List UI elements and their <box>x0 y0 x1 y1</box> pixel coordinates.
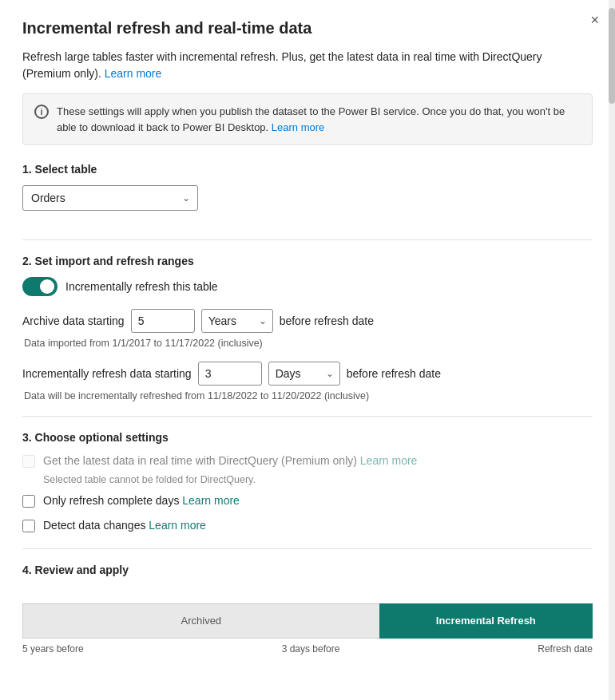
incremental-row: Incrementally refresh data starting Days… <box>22 362 593 386</box>
section1-title: 1. Select table <box>22 163 593 176</box>
realtime-option-row: Get the latest data in real time with Di… <box>22 453 593 469</box>
bar-label-middle: 3 days before <box>282 643 340 655</box>
incremental-unit-select[interactable]: Days Months Years <box>268 362 340 386</box>
detect-changes-learn-more-link[interactable]: Learn more <box>149 519 206 532</box>
section2-title: 2. Set import and refresh ranges <box>22 255 593 267</box>
archive-info: Data imported from 1/1/2017 to 11/17/202… <box>24 338 593 349</box>
incremental-suffix: before refresh date <box>347 367 441 380</box>
archive-unit-select[interactable]: Years Months Days <box>201 309 273 333</box>
archive-prefix: Archive data starting <box>22 314 125 327</box>
detect-changes-label: Detect data changes Learn more <box>43 518 206 534</box>
realtime-checkbox[interactable] <box>22 455 35 468</box>
table-select[interactable]: Orders Customers Products Sales <box>22 185 198 211</box>
realtime-label: Get the latest data in real time with Di… <box>43 453 417 469</box>
table-select-wrapper: Orders Customers Products Sales ⌄ <box>22 185 198 211</box>
info-icon: i <box>34 105 49 119</box>
info-box: i These settings will apply when you pub… <box>22 93 593 145</box>
scrollbar-thumb <box>609 8 615 104</box>
section3-title: 3. Choose optional settings <box>22 431 593 444</box>
detect-changes-option-row: Detect data changes Learn more <box>22 518 593 534</box>
toggle-label: Incrementally refresh this table <box>65 280 218 293</box>
toggle-row: Incrementally refresh this table <box>22 277 593 296</box>
bar-label-left: 5 years before <box>22 643 84 655</box>
archive-unit-wrapper: Years Months Days ⌄ <box>201 309 273 333</box>
info-learn-more-link[interactable]: Learn more <box>272 121 324 133</box>
scrollbar[interactable] <box>609 0 615 700</box>
archive-row: Archive data starting Years Months Days … <box>22 309 593 333</box>
detect-changes-checkbox[interactable] <box>22 520 35 532</box>
divider-1 <box>22 239 593 240</box>
close-button[interactable]: × <box>585 11 604 29</box>
review-chart: Archived Incremental Refresh <box>22 589 593 639</box>
section4-title: 4. Review and apply <box>22 564 593 576</box>
dialog-title: Incremental refresh and real-time data <box>22 19 593 38</box>
toggle-slider <box>22 277 58 296</box>
bottom-padding <box>22 655 593 674</box>
incremental-refresh-dialog: × Incremental refresh and real-time data… <box>0 0 615 700</box>
intro-paragraph: Refresh large tables faster with increme… <box>22 49 593 82</box>
incremental-toggle[interactable] <box>22 277 58 296</box>
archive-suffix: before refresh date <box>280 314 374 327</box>
intro-learn-more-link[interactable]: Learn more <box>105 67 162 80</box>
archive-value-input[interactable] <box>131 309 195 333</box>
complete-days-checkbox[interactable] <box>22 495 35 508</box>
divider-3 <box>22 548 593 549</box>
incremental-unit-wrapper: Days Months Years ⌄ <box>268 362 340 386</box>
archived-bar[interactable]: Archived <box>22 603 379 639</box>
incremental-info: Data will be incrementally refreshed fro… <box>24 390 593 401</box>
incremental-prefix: Incrementally refresh data starting <box>22 367 192 380</box>
incremental-value-input[interactable] <box>198 362 262 386</box>
realtime-learn-more-link[interactable]: Learn more <box>360 454 418 467</box>
complete-days-learn-more-link[interactable]: Learn more <box>182 494 240 507</box>
bar-label-right: Refresh date <box>538 643 593 655</box>
complete-days-label: Only refresh complete days Learn more <box>43 493 240 509</box>
info-box-text: These settings will apply when you publi… <box>57 104 581 135</box>
divider-2 <box>22 416 593 417</box>
bar-labels-row: 5 years before 3 days before Refresh dat… <box>22 639 593 655</box>
realtime-disabled-note: Selected table cannot be folded for Dire… <box>43 474 593 485</box>
complete-days-option-row: Only refresh complete days Learn more <box>22 493 593 509</box>
incremental-bar[interactable]: Incremental Refresh <box>379 603 593 639</box>
section4: 4. Review and apply Archived Incremental… <box>22 564 593 655</box>
